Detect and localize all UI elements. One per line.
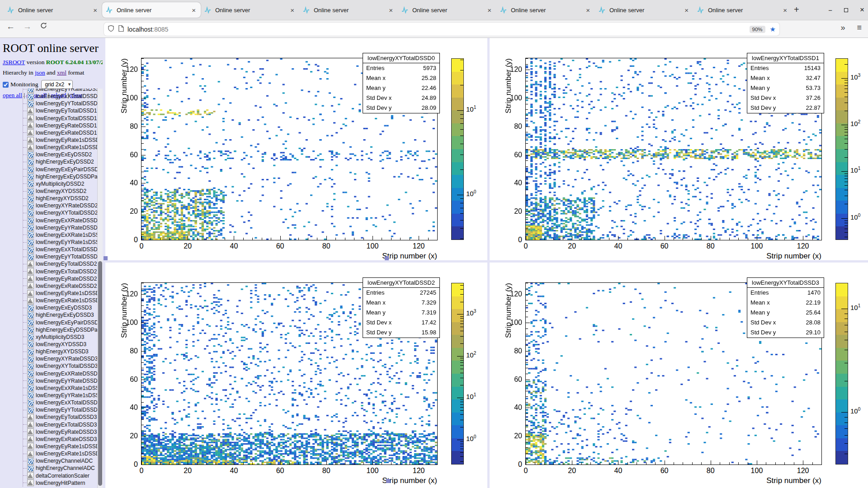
tree-item[interactable]: lowEnergyExRateDSSD3 [23,436,97,443]
histogram-panel-lowEnergyXYTotalDSSD3[interactable]: 020406080100120020406080100120Strip numb… [490,263,868,488]
tree-item[interactable]: lowEnergyExTotalDSSD2 [23,268,97,275]
tree-item[interactable]: lowEnergyXYRateDSSD3 [23,355,97,362]
forward-icon[interactable]: → [23,22,32,32]
tree-item[interactable]: highEnergyExEyDSSDPair2 [23,173,97,180]
tree-item[interactable]: lowEnergyXYRateDSSD2 [23,202,97,209]
tree-item[interactable]: lowEnergyEyTotalDSSD3 [23,413,97,421]
tab-close-icon[interactable]: × [486,6,493,14]
grid-layout-select[interactable]: grid 2x2▾ [41,80,73,89]
tab-close-icon[interactable]: × [585,6,591,14]
grid-separator-handle[interactable] [386,479,390,483]
tree-item[interactable]: lowEnergyExRateDSSD2 [23,282,97,290]
stat-box[interactable]: lowEnergyXYTotalDSSD0Entries5973Mean x25… [363,53,440,113]
tree-item[interactable]: lowEnergyExEyPairDSSD3 [23,319,97,326]
bookmark-star-icon[interactable]: ★ [770,25,776,33]
histogram-panel-lowEnergyXYTotalDSSD2[interactable]: 020406080100120020406080100120Strip numb… [105,263,487,488]
tree-item[interactable]: lowEnergyExEyDSSD3 [23,304,97,311]
histogram-panel-lowEnergyXYTotalDSSD0[interactable]: 020406080100120020406080100120Strip numb… [105,38,487,260]
histogram-panel-lowEnergyXYTotalDSSD1[interactable]: 020406080100120020406080100120Strip numb… [490,38,868,260]
tree-item[interactable]: xyMultiplicityDSSD3 [23,333,97,341]
tree-item[interactable]: lowEnergyExXRateDSSD2 [23,217,97,224]
colorbar[interactable] [451,283,464,465]
toolbar-overflow-icon[interactable]: » [840,23,845,33]
tree-item[interactable]: lowEnergyEyYTotalDSSD3 [23,406,97,413]
jsroot-link[interactable]: JSROOT [3,59,25,66]
new-tab-button[interactable]: + [794,5,799,15]
tree-item[interactable]: lowEnergyExRate1sDSSD1 [23,144,97,151]
tree-item[interactable]: lowEnergyEyRate1sDSSD1 [23,136,97,144]
tree-item[interactable]: lowEnergyExEyPairDSSD2 [23,166,97,173]
tree-item[interactable]: lowEnergyExXRateDSSD3 [23,370,97,377]
shield-icon[interactable] [108,25,114,34]
tree-item[interactable]: xyMultiplicityDSSD2 [23,180,97,188]
json-link[interactable]: json [35,69,45,76]
grid-separator-handle[interactable] [104,256,108,260]
browser-tab[interactable]: Online server× [299,2,398,18]
colorbar[interactable] [835,58,848,240]
stat-box[interactable]: lowEnergyXYTotalDSSD1Entries15143Mean x3… [747,53,824,113]
tree-item[interactable]: highEnergyChannelADC [23,465,97,472]
tree-item[interactable]: lowEnergyChannelADC [23,457,97,465]
tree-item[interactable]: lowEnergyExXRate1sDSSD2 [23,231,97,239]
tab-close-icon[interactable]: × [92,6,99,14]
grid-separator-handle[interactable] [385,256,389,260]
tree-item[interactable]: lowEnergyExRate1sDSSD3 [23,450,97,457]
tab-close-icon[interactable]: × [190,6,197,14]
tree-item[interactable]: lowEnergyEyTotalDSSD1 [23,107,97,114]
monitoring-checkbox[interactable] [3,82,9,88]
tree-item[interactable]: lowEnergyExXRate1sDSSD3 [23,385,97,392]
tree-item[interactable]: lowEnergyExRate1sDSSD2 [23,297,97,304]
tree-item[interactable]: lowEnergyEyYRate1sDSSD2 [23,239,97,246]
colorbar[interactable] [835,283,848,465]
tree-item[interactable]: lowEnergyEyRateDSSD1 [23,122,97,129]
back-icon[interactable]: ← [6,22,15,32]
browser-tab[interactable]: Online server× [496,2,595,18]
tree-item[interactable]: lowEnergyEyRate1sDSSD3 [23,443,97,450]
tree-item[interactable]: lowEnergyXYTotalDSSD2 [23,209,97,216]
menu-hamburger-icon[interactable]: ≡ [857,23,862,33]
tab-close-icon[interactable]: × [683,6,690,14]
tree-item[interactable]: lowEnergyEyRate1sDSSD2 [23,290,97,297]
window-minimize-icon[interactable]: − [828,6,832,14]
tree-item[interactable]: lowEnergyEyYTotalDSSD1 [23,100,97,107]
window-close-icon[interactable]: × [860,5,864,14]
tree-item[interactable]: lowEnergyEyRateDSSD3 [23,428,97,436]
tree-item[interactable]: lowEnergyEyYTotalDSSD2 [23,253,97,260]
browser-tab[interactable]: Online server× [595,2,693,18]
tree-item[interactable]: lowEnergyEyYRate1sDSSD1 [23,89,97,93]
tree-item[interactable]: highEnergyExEyDSSD3 [23,311,97,319]
stat-box[interactable]: lowEnergyXYTotalDSSD2Entries27245Mean x7… [363,277,440,338]
url-bar[interactable]: localhost:8085 90% ★ [104,23,779,36]
browser-tab[interactable]: Online server× [102,2,201,18]
window-maximize-icon[interactable] [844,8,848,12]
stat-box[interactable]: lowEnergyXYTotalDSSD3Entries1470Mean x22… [747,277,824,338]
browser-tab[interactable]: Online server× [201,2,299,18]
tree-item[interactable]: lowEnergyExTotalDSSD1 [23,115,97,122]
page-info-icon[interactable] [118,25,124,34]
tree-item[interactable]: lowEnergyExRateDSSD1 [23,129,97,136]
sidebar-scrollbar[interactable] [97,89,103,488]
tree-item[interactable]: lowEnergyExXTotalDSSD2 [23,246,97,253]
browser-tab[interactable]: Online server× [693,2,792,18]
browser-tab[interactable]: Online server× [4,2,102,18]
tree-item[interactable]: deltaCorrelationScaler [23,472,97,479]
tree-item[interactable]: lowEnergyEyYRate1sDSSD3 [23,392,97,399]
zoom-level-badge[interactable]: 90% [750,26,765,33]
scrollbar-thumb[interactable] [98,261,102,486]
tree-item[interactable]: lowEnergyXYDSSD2 [23,188,97,195]
colorbar[interactable] [451,58,464,240]
tree-item[interactable]: lowEnergyExXTotalDSSD3 [23,399,97,406]
tree-item[interactable]: lowEnergyExTotalDSSD3 [23,421,97,428]
tab-close-icon[interactable]: × [782,6,788,14]
reload-icon[interactable] [40,22,47,32]
tab-close-icon[interactable]: × [289,6,296,14]
tree-item[interactable]: lowEnergyEyRateDSSD2 [23,275,97,282]
tree-item[interactable]: lowEnergyXYDSSD3 [23,341,97,348]
tree-item[interactable]: highEnergyExEyDSSD2 [23,158,97,165]
tree-item[interactable]: lowEnergyExEyDSSD2 [23,151,97,158]
tree-item[interactable]: lowEnergyEyYRateDSSD3 [23,377,97,385]
tree-item[interactable]: lowEnergyHitPattern [23,479,97,487]
tab-close-icon[interactable]: × [387,6,394,14]
tree-item[interactable]: lowEnergyEyTotalDSSD2 [23,260,97,267]
tree-item[interactable]: highEnergyXYDSSD2 [23,195,97,202]
